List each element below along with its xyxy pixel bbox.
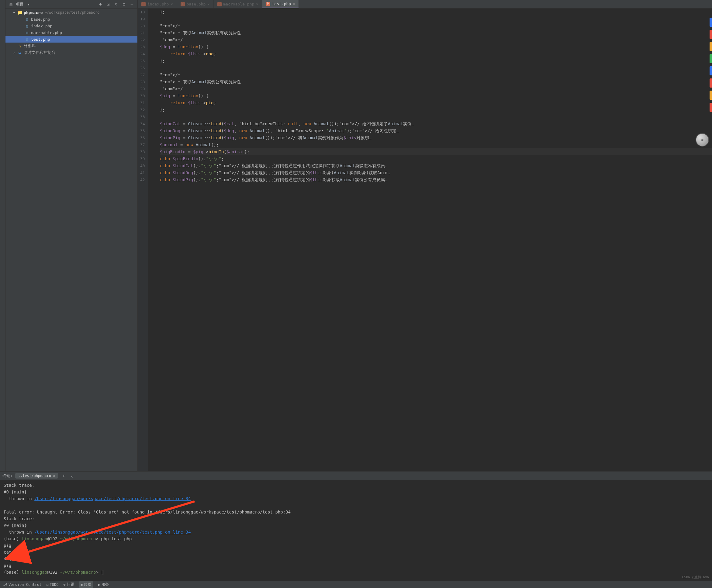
new-terminal-icon[interactable]: + xyxy=(61,473,67,479)
tab-test-php[interactable]: P test.php × xyxy=(263,0,299,8)
file-link[interactable]: /Users/linsonggao/workspace/test/phpmacr… xyxy=(34,530,191,534)
line-number[interactable]: 38 xyxy=(140,148,145,155)
code-line[interactable] xyxy=(160,113,712,120)
line-number[interactable]: 30 xyxy=(140,92,145,100)
statusbar-label: 服务 xyxy=(102,582,109,587)
project-selector-icon[interactable]: ▤ xyxy=(8,1,14,7)
line-number[interactable]: 27 xyxy=(140,71,145,79)
line-number[interactable]: 29 xyxy=(140,85,145,92)
line-number[interactable]: 25 xyxy=(140,58,145,64)
line-number[interactable]: 36 xyxy=(140,134,145,141)
code-editor[interactable]: 1819202122232425262728293031323334353637… xyxy=(138,8,712,471)
assistant-badge-icon[interactable]: ✶ xyxy=(696,133,709,147)
code-line[interactable]: }; xyxy=(160,8,712,16)
statusbar-服务[interactable]: ▶服务 xyxy=(98,582,109,587)
terminal-tab-label: ..test/phpmacro xyxy=(18,474,51,478)
scratch-icon: ◒ xyxy=(17,50,22,55)
line-number[interactable]: 40 xyxy=(140,162,145,169)
tree-scratches[interactable]: › ◒ 临时文件和控制台 xyxy=(5,49,138,56)
close-icon[interactable]: × xyxy=(293,2,295,6)
code-line[interactable]: echo $pigBindto()."\r\n"; xyxy=(160,155,712,162)
code-line[interactable]: echo $bindCat()."\r\n";"com">// 根据绑定规则，允… xyxy=(160,162,712,169)
collapse-icon[interactable]: ⇱ xyxy=(113,1,119,7)
statusbar-问题[interactable]: ⊘问题 xyxy=(64,582,74,587)
code-line[interactable]: return $this->dog; xyxy=(160,50,712,58)
code-content[interactable]: };"com">/*"com"> * 获取Animal实例私有成员属性 "com… xyxy=(148,8,712,471)
chevron-down-icon[interactable]: ▾ xyxy=(25,1,32,7)
expand-icon[interactable]: ⇲ xyxy=(105,1,111,7)
php-file-icon: ◍ xyxy=(24,16,30,22)
line-number[interactable]: 33 xyxy=(140,113,145,120)
tree-file[interactable]: ◍ macroable.php xyxy=(5,29,138,36)
hide-icon[interactable]: — xyxy=(129,1,135,7)
tree-external-libs[interactable]: ⑃ 外部库 xyxy=(5,43,138,49)
line-number[interactable]: 32 xyxy=(140,106,145,113)
terminal-dropdown-icon[interactable]: ⌄ xyxy=(69,473,75,479)
tab-macroable-php[interactable]: P macroable.php × xyxy=(214,0,263,8)
tab-index-php[interactable]: P index.php × xyxy=(138,0,177,8)
line-number[interactable]: 24 xyxy=(140,50,145,58)
line-number[interactable]: 37 xyxy=(140,141,145,148)
line-number[interactable]: 42 xyxy=(140,176,145,183)
tree-root[interactable]: ▾ 📁 phpmacro ~/workspace/test/phpmacro xyxy=(5,9,138,16)
code-line[interactable]: $dog = function() { xyxy=(160,43,712,50)
tree-file[interactable]: ◍ base.php xyxy=(5,16,138,22)
editor-tabs: P index.php ×P base.php ×P macroable.php… xyxy=(138,0,712,8)
terminal-line: pig xyxy=(4,542,708,549)
close-icon[interactable]: × xyxy=(53,474,55,478)
project-label[interactable]: 项目 xyxy=(16,1,24,7)
file-link[interactable]: /Users/linsonggao/workspace/test/phpmacr… xyxy=(34,496,191,501)
code-line[interactable]: echo $bindPig()."\r\n";"com">// 根据绑定规则，允… xyxy=(160,176,712,183)
tree-file[interactable]: ◍ test.php xyxy=(5,36,138,43)
code-line[interactable]: echo $bindDog()."\r\n";"com">// 根据绑定规则，允… xyxy=(160,169,712,176)
code-line[interactable]: }; xyxy=(160,58,712,64)
statusbar-todo[interactable]: ☑TODO xyxy=(46,583,58,587)
settings-icon[interactable]: ⚙ xyxy=(121,1,127,7)
code-line[interactable] xyxy=(160,64,712,71)
line-number[interactable]: 41 xyxy=(140,169,145,176)
line-number[interactable]: 34 xyxy=(140,120,145,127)
terminal-output[interactable]: Stack trace:#0 {main} thrown in /Users/l… xyxy=(0,480,712,581)
line-number[interactable]: 19 xyxy=(140,16,145,22)
code-line[interactable]: "com">*/ xyxy=(160,37,712,43)
code-line[interactable]: $pig = function() { xyxy=(160,92,712,100)
code-line[interactable]: "com">*/ xyxy=(160,85,712,92)
code-line[interactable]: return $this->pig; xyxy=(160,100,712,106)
code-line[interactable]: $bindPig = Closure::bind($pig, new Anima… xyxy=(160,134,712,141)
line-number[interactable]: 28 xyxy=(140,79,145,85)
code-line[interactable] xyxy=(160,16,712,22)
close-icon[interactable]: × xyxy=(207,2,209,6)
code-line[interactable]: $pigBindto = $pig->bindTo($animal); xyxy=(160,148,712,155)
locate-icon[interactable]: ⊕ xyxy=(97,1,103,7)
code-line[interactable]: "com">/* xyxy=(160,22,712,29)
code-line[interactable]: "com"> * 获取Animal实例公有成员属性 xyxy=(160,79,712,85)
code-line[interactable]: "com"> * 获取Animal实例私有成员属性 xyxy=(160,29,712,37)
close-icon[interactable]: × xyxy=(171,2,173,6)
tree-file[interactable]: ◍ index.php xyxy=(5,22,138,29)
code-line[interactable]: }; xyxy=(160,106,712,113)
tab-base-php[interactable]: P base.php × xyxy=(177,0,214,8)
chevron-right-icon[interactable]: › xyxy=(13,50,17,55)
code-line[interactable]: $animal = new Animal(); xyxy=(160,141,712,148)
line-number[interactable]: 20 xyxy=(140,22,145,29)
line-number[interactable]: 26 xyxy=(140,64,145,71)
line-number[interactable]: 35 xyxy=(140,127,145,134)
terminal-tab[interactable]: ..test/phpmacro × xyxy=(15,473,58,479)
line-number[interactable]: 22 xyxy=(140,37,145,43)
code-line[interactable]: $bindDog = Closure::bind($dog, new Anima… xyxy=(160,127,712,134)
line-number-gutter[interactable]: 1819202122232425262728293031323334353637… xyxy=(138,8,148,471)
project-tree[interactable]: ▾ 📁 phpmacro ~/workspace/test/phpmacro ◍… xyxy=(5,8,138,471)
tree-root-name: phpmacro xyxy=(24,10,43,15)
code-line[interactable]: $bindCat = Closure::bind($cat, "hint-bg"… xyxy=(160,120,712,127)
line-number[interactable]: 31 xyxy=(140,100,145,106)
code-line[interactable]: "com">/* xyxy=(160,71,712,79)
line-number[interactable]: 21 xyxy=(140,29,145,37)
line-number[interactable]: 23 xyxy=(140,43,145,50)
statusbar-终端[interactable]: ▣终端 xyxy=(79,581,93,588)
close-icon[interactable]: × xyxy=(256,2,258,6)
line-number[interactable]: 18 xyxy=(140,8,145,16)
line-number[interactable]: 39 xyxy=(140,155,145,162)
editor-area: P index.php ×P base.php ×P macroable.php… xyxy=(138,0,712,471)
statusbar-version-control[interactable]: ⎇Version Control xyxy=(3,583,41,587)
chevron-down-icon[interactable]: ▾ xyxy=(13,10,17,15)
